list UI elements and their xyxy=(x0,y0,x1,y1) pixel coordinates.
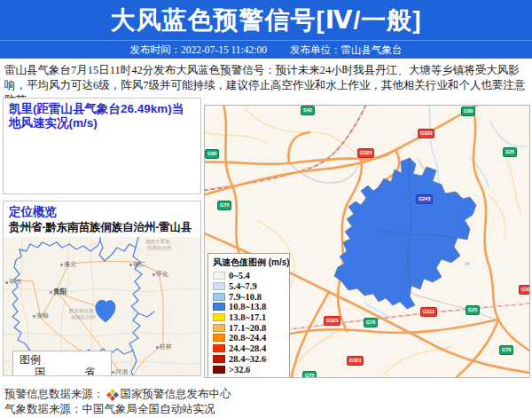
page-title: 大风蓝色预警信号[Ⅳ/一般] xyxy=(110,4,421,37)
station-wind-panel-title: 凯里(距雷山县气象台26.49km)当地风速实况(m/s) xyxy=(4,99,200,130)
location-path: 贵州省-黔东南苗族侗族自治州-雷山县 xyxy=(4,219,200,237)
legend-range-label: 0~5.4 xyxy=(229,271,250,280)
footer-line1-source: 国家预警信息发布中心 xyxy=(121,387,231,402)
road-badge: S25 xyxy=(503,147,517,157)
road-badge: G76 xyxy=(364,318,378,327)
legend-range-label: 17.1~20.8 xyxy=(229,323,266,333)
minimap-city-label: 怀化 xyxy=(153,270,168,279)
station-wind-panel: 凯里(距雷山县气象台26.49km)当地风速实况(m/s) xyxy=(3,98,201,194)
wind-legend-rows: 0~5.45.4~7.97.9~10.810.8~13.813.8~17.117… xyxy=(213,271,286,375)
publish-unit: 发布单位：雷山县气象台 xyxy=(290,43,403,57)
location-overview-panel: 定位概览 贵州省-黔东南苗族侗族自治州-雷山县 xyxy=(3,201,201,376)
road-badge: G75 xyxy=(302,371,317,378)
legend-color-swatch xyxy=(213,366,225,374)
footer-line1-prefix: 预警信息数据来源： xyxy=(4,387,105,402)
road-badge: S42 xyxy=(301,106,315,115)
minimap-city-label: 桂林 xyxy=(156,343,172,351)
legend-color-swatch xyxy=(213,355,225,363)
legend-range-label: 5.4~7.9 xyxy=(229,281,257,291)
city-marker-icon xyxy=(156,346,159,349)
road-badge: G320 xyxy=(519,285,530,295)
road-badge: G211 xyxy=(420,307,437,317)
city-marker-icon xyxy=(50,291,52,294)
wind-legend-title: 风速色值图例 (m/s) xyxy=(213,256,286,269)
city-marker-icon xyxy=(5,281,8,284)
legend-range-label: 13.8~17.1 xyxy=(229,312,266,322)
wind-legend-item: >32.6 xyxy=(213,364,286,375)
legend-color-swatch xyxy=(213,272,225,280)
legend-range-label: 7.9~10.8 xyxy=(229,292,262,302)
city-marker-icon xyxy=(33,315,35,318)
city-marker-icon xyxy=(112,371,114,374)
overview-minimap[interactable]: 毕节遵义铜仁怀化贵阳安顺桂林河池柳州湘西土家族苗族自治州黔东南苗族侗族自治州 图… xyxy=(4,237,200,375)
road-badge: G60 xyxy=(461,106,475,116)
minimap-city-label: 贵阳 xyxy=(50,288,66,296)
road-badge: G25 xyxy=(466,305,480,315)
legend-color-swatch xyxy=(213,303,225,311)
wind-speed-legend: 风速色值图例 (m/s) 0~5.45.4~7.97.9~10.810.8~13… xyxy=(207,253,290,378)
road-badge: G320 xyxy=(418,129,434,138)
road-badge: G75 xyxy=(217,201,231,210)
minimap-district-note: 黔东南苗族 xyxy=(69,308,94,314)
minimap-district-note: 苗族自治州 xyxy=(147,245,172,251)
legend-range-label: 24.4~28.4 xyxy=(229,343,266,353)
minimap-legend: 图例 国界 省界 xyxy=(12,351,112,375)
warning-page: 大风蓝色预警信号[Ⅳ/一般] 发布时间：2022-07-15 11:42:00 … xyxy=(0,0,532,418)
header-bar: 大风蓝色预警信号[Ⅳ/一般] xyxy=(0,0,532,40)
minimap-city-label: 河池 xyxy=(112,367,128,375)
main-wind-map[interactable]: G60S42S25G320G320G60G75G243G320G76G211G2… xyxy=(204,105,530,378)
wind-legend-item: 24.4~28.4 xyxy=(213,343,286,354)
publish-info-bar: 发布时间：2022-07-15 11:42:00 发布单位：雷山县气象台 xyxy=(0,40,532,59)
minimap-district-note: 湘西土家族 xyxy=(145,239,170,245)
city-marker-icon xyxy=(129,264,132,266)
road-badge: G320 xyxy=(324,316,340,326)
footer-weather-source: 气象数据来源：中国气象局全国自动站实况 xyxy=(4,402,215,417)
legend-color-swatch xyxy=(213,324,225,332)
road-badge: G243 xyxy=(416,194,433,204)
wind-legend-item: 10.8~13.8 xyxy=(213,302,286,312)
national-border-label: 国界 xyxy=(35,366,55,375)
legend-range-label: >32.6 xyxy=(229,365,250,375)
warning-center-logo-icon xyxy=(106,389,119,401)
road-badge: G320 xyxy=(357,148,374,158)
city-marker-icon xyxy=(60,264,63,266)
minimap-city-label: 遵义 xyxy=(60,260,76,269)
city-marker-icon xyxy=(153,273,155,276)
wind-legend-item: 5.4~7.9 xyxy=(213,281,286,292)
legend-color-swatch xyxy=(213,334,225,342)
footer-warning-source: 预警信息数据来源： 国家预警信息发布中心 xyxy=(4,387,231,402)
minimap-city-label: 毕节 xyxy=(5,278,21,287)
legend-color-swatch xyxy=(213,313,225,321)
wind-legend-item: 13.8~17.1 xyxy=(213,312,286,323)
legend-color-swatch xyxy=(213,293,225,301)
minimap-city-label: 柳州 xyxy=(133,375,149,375)
legend-range-label: 10.8~13.8 xyxy=(229,302,266,312)
wind-legend-item: 0~5.4 xyxy=(213,271,286,281)
publish-time: 发布时间：2022-07-15 11:42:00 xyxy=(130,43,268,57)
legend-color-swatch xyxy=(213,282,225,290)
road-badge: G321 xyxy=(347,356,364,366)
legend-color-swatch xyxy=(213,344,225,352)
legend-range-label: 28.4~32.6 xyxy=(229,354,266,364)
road-badge: G60 xyxy=(205,149,219,159)
minimap-city-label: 安顺 xyxy=(33,312,49,320)
wind-legend-item: 20.8~24.4 xyxy=(213,333,286,343)
minimap-city-label: 铜仁 xyxy=(129,260,145,269)
legend-range-label: 20.8~24.4 xyxy=(229,333,266,343)
location-overview-title[interactable]: 定位概览 xyxy=(4,201,200,219)
province-border-label: 省界 xyxy=(84,366,105,375)
minimap-legend-title: 图例 xyxy=(20,353,105,366)
road-badge: G76 xyxy=(499,345,513,355)
wind-legend-item: 28.4~32.6 xyxy=(213,354,286,365)
wind-legend-item: 17.1~20.8 xyxy=(213,322,286,333)
wind-legend-item: 7.9~10.8 xyxy=(213,291,286,302)
minimap-district-note: 侗族自治州 xyxy=(71,314,96,320)
